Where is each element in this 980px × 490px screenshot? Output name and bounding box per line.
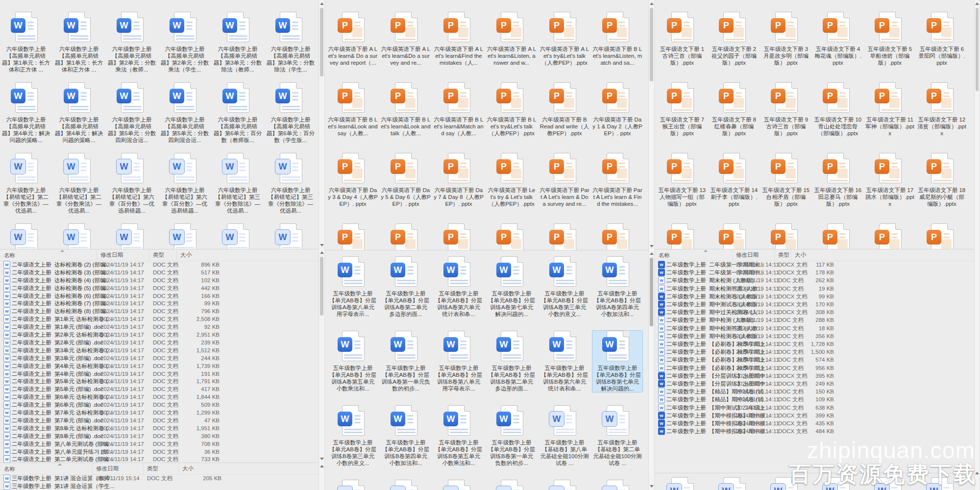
file-item[interactable]: W六年级数学上册 【高频单元易错题】第1单元：长方体和正方体 ... <box>54 12 104 73</box>
file-row[interactable]: W二年级数学上册 二年级第一学期期末...2024/11/19 14:11DOC… <box>655 261 974 269</box>
file-item[interactable]: P六年级英语下册 A Let's learn&Do a survey and r… <box>381 12 431 66</box>
file-item[interactable]: W五年级数学上册 【单元AB卷】分层训练A卷第四单元 小数加法和... <box>592 256 642 318</box>
file-item[interactable]: P五年级语文下册 6 景阳冈（部编版）.pptx <box>917 12 966 66</box>
file-item[interactable]: P六年级英语下册 A Let's learn&Listen, answer an… <box>487 12 537 66</box>
file-item[interactable]: W六年级数学上册 【易错笔记】第三章《分数除法》—优选易... <box>266 153 316 214</box>
file-item[interactable]: W六年级数学上册 【易错笔记】第三章《分数除法》—优选易... <box>213 153 263 214</box>
file-item[interactable]: P <box>434 223 484 250</box>
scroll-thumb[interactable] <box>650 258 653 326</box>
file-item[interactable]: P <box>658 223 707 249</box>
file-item[interactable]: W六年级数学上册 【高频单元易错题】第1单元：长方体和正方体 ... <box>1 12 51 73</box>
file-item[interactable]: P <box>761 223 810 249</box>
file-row[interactable]: W二年级数学上册 期中过关检测卷 (人...2024/11/19 14:11DO… <box>655 308 974 316</box>
file-item[interactable]: W <box>1 223 51 249</box>
file-row[interactable]: W二年级数学上册 【期中模拟卷】期中模...2024/11/19 14:11DO… <box>655 419 974 427</box>
file-item[interactable]: P五年级语文下册 5 草船借箭（部编版）.pptx <box>865 12 914 66</box>
file-row[interactable]: W二年级数学上册 【精品】期中试卷 (试...2024/11/19 14:11D… <box>655 388 974 395</box>
scroll-up-icon[interactable] <box>975 2 979 5</box>
file-row[interactable]: W二年级语文上册 达标检测卷 (5) (部编...2024/11/19 14:1… <box>0 284 318 292</box>
file-item[interactable]: W六年级数学上册 【易错笔记】第二章《分数乘法》—优选易... <box>54 153 104 214</box>
file-item[interactable]: P六年级英语下册 B Let's learn&Look and say（人教..… <box>328 82 378 137</box>
file-item[interactable]: P六年级英语下册 B Read and write（人教PEP）.pptx <box>539 82 589 137</box>
file-row[interactable]: W二年级数学上册 期中检测答案 (人教...2024/11/19 14:11DO… <box>655 324 974 332</box>
scrollbar[interactable] <box>318 463 325 490</box>
file-item[interactable]: P <box>487 223 537 250</box>
scroll-down-icon[interactable] <box>320 458 324 460</box>
file-row[interactable]: W二年级语文上册 达标检测卷 (2) (部编...2024/11/19 14:1… <box>0 261 318 269</box>
file-item[interactable]: P五年级语文下册 7 猴王出世（部编版）.pptx <box>658 82 707 137</box>
file-row[interactable]: W二年级语文上册 达标检测卷 (7) (部编...2024/11/19 14:1… <box>0 300 318 308</box>
file-item[interactable]: W六年级数学上册 【易错笔记】第二章《分数乘法》—优选易... <box>1 153 51 214</box>
file-row[interactable]: W二年级语文上册 第4单元 (部编) .doc2024/11/19 14:17D… <box>0 370 318 378</box>
file-item[interactable]: W五年级数学上册 【单元AB卷】分层训练B卷第一单元 负数的初步... <box>487 405 537 466</box>
file-row[interactable]: W二年级语文上册 第4单元 达标检测卷 (...2024/11/19 14:17… <box>0 362 318 370</box>
file-item[interactable]: P六年级英语下册 A Let's learn& Do a survey and … <box>328 12 378 66</box>
file-item[interactable]: W六年级数学上册 【高频单元易错题】第2单元：分数乘法（教师... <box>107 12 157 73</box>
file-item[interactable]: P六年级英语下册 B Let's learn&Match and say（人教.… <box>434 82 484 137</box>
column-header-date[interactable]: 修改日期 <box>92 463 119 474</box>
file-row[interactable]: W二年级语文上册 第8单元 (部编) .doc2024/11/19 14:17D… <box>0 432 318 440</box>
file-item[interactable]: P六年级英语下册 Part A Let's learn & Do a surve… <box>539 153 589 207</box>
file-row[interactable]: W二年级语文上册 达标检测卷 (8) (部编...2024/11/19 14:1… <box>0 307 318 315</box>
file-item[interactable]: P六年级英语下册 Day 1 & Day 2（人教PEP）. pptx <box>592 82 642 137</box>
file-item[interactable]: W六年级数学上册 【高频单元易错题】第2单元：分数乘法（学生... <box>160 12 210 73</box>
scroll-down-icon[interactable] <box>650 485 654 488</box>
scroll-up-icon[interactable] <box>320 251 324 254</box>
file-row[interactable]: W二年级数学上册 期中检测卷 (人教版...2024/11/19 14:11DO… <box>655 332 974 340</box>
file-item[interactable]: P五年级语文下册 2 祖父的园子（部编版）.pptx <box>710 12 759 66</box>
file-item[interactable]: W五年级数学上册 【单元AB卷】分层训练B卷第四单元 小数加法和... <box>381 405 431 466</box>
scroll-down-icon[interactable] <box>320 244 324 246</box>
file-item[interactable]: P六年级英语下册 Day 7 & Day 8（人教PEP）. pptx <box>434 153 484 207</box>
file-row[interactable]: W二年级数学上册 二年级第一学期期中...2024/11/19 14:11DOC… <box>655 269 974 276</box>
file-row[interactable]: W二年级语文上册 第7单元 达标检测卷 (...2024/11/19 14:17… <box>0 409 318 416</box>
file-row[interactable]: W二年级数学上册 【期中模拟卷】期中模...2024/11/19 14:11DO… <box>655 412 974 419</box>
file-item[interactable]: W六年级数学上册 【高频单元易错题】第5单元：分数四则混合运... <box>107 82 157 144</box>
column-header-date[interactable]: 修改日期 <box>97 249 123 261</box>
file-item[interactable]: W五年级数学上册 【单元AB卷】分层训练B卷第二单元 多边形的面... <box>487 331 537 392</box>
file-item[interactable]: W五年级数学上册 【单元AB卷】分层训练B卷第五单元 小数乘法和... <box>434 405 484 466</box>
file-item[interactable]: W <box>539 480 589 490</box>
file-item[interactable]: W五年级数学上册 【基础卷】第八单元基础全能100分测试卷 ... <box>539 405 589 466</box>
file-item[interactable]: P <box>917 223 966 249</box>
file-row[interactable]: W二年级语文上册 第2单元 (部编) .doc2024/11/19 14:17D… <box>0 339 318 346</box>
file-item[interactable]: P五年级语文下册 14 刷子李（部编版）.pptx <box>710 153 759 207</box>
column-header-name[interactable]: 名称 <box>4 251 15 259</box>
file-row[interactable]: W二年级数学上册 【精品】期中试卷 (试...2024/11/19 14:11D… <box>655 395 974 403</box>
file-item[interactable]: W六年级数学上册 【易错笔记】第六章《百分数》—优选易错题... <box>160 153 210 214</box>
file-item[interactable]: W <box>107 223 157 249</box>
file-row[interactable]: W二年级数学上册 【分层训练】上册期中...2024/11/19 14:11DO… <box>655 372 974 380</box>
file-item[interactable]: W六年级数学上册 【高频单元易错题】第6单元：百分数（学生版... <box>266 82 316 144</box>
file-row[interactable]: W二年级语文上册 第7单元 (部编) .doc2024/11/19 14:17D… <box>0 416 318 424</box>
file-item[interactable]: P五年级语文下册 18 威尼斯的小艇（部编版）.pptx <box>917 153 966 207</box>
file-row[interactable]: W二年级语文上册 达标检测卷 (6) (部编...2024/11/19 14:1… <box>0 292 318 300</box>
file-item[interactable]: P五年级语文下册 3 月是故乡明（部编版）.pptx <box>761 12 810 66</box>
file-item[interactable]: W六年级数学上册 【高频单元易错题】第4单元：解决问题的策略... <box>1 82 51 144</box>
file-row[interactable]: W二年级语文上册 第6单元 达标检测卷 (...2024/11/19 14:17… <box>0 393 318 401</box>
file-row[interactable]: W二年级语文上册 第八单元提升练习 (部...2024/11/19 14:17D… <box>0 448 318 456</box>
file-row[interactable]: W二年级语文上册 第3单元 (部编) .doc2024/11/19 14:17D… <box>0 354 318 362</box>
file-item[interactable]: P五年级语文下册 12 清贫（部编版）.pptx <box>917 82 966 137</box>
file-item[interactable]: P五年级语文下册 4 梅花魂（部编版）.pptx <box>813 12 862 66</box>
file-item[interactable]: W <box>54 223 104 249</box>
column-header-type[interactable]: 类型 <box>774 249 789 261</box>
file-item[interactable]: W五年级数学上册 【单元AB卷】分层训练A卷第一单元负数的初步... <box>381 331 431 392</box>
file-item[interactable]: P六年级英语下册 Let's try & Let's talk（人教PEP）.p… <box>487 153 537 207</box>
file-row[interactable]: W二年级数学上册 【必刷卷】秋季学期上...2024/11/19 14:11DO… <box>655 340 974 348</box>
file-item[interactable]: W <box>266 223 316 249</box>
file-item[interactable]: P <box>865 223 914 249</box>
file-item[interactable]: P五年级语文下册 17 跳水（部编版）.pptx <box>865 153 914 207</box>
scroll-thumb[interactable] <box>976 8 979 91</box>
file-item[interactable]: W五年级数学上册 【单元AB卷】分层训练A卷第八单元 用字母表示... <box>328 256 378 318</box>
scroll-up-icon[interactable] <box>320 465 324 467</box>
file-item[interactable]: W五年级数学上册 【基础卷】第二单元基础全能100分测试卷 ... <box>592 405 642 466</box>
file-item[interactable]: W五年级数学上册 【单元AB卷】分层训练A卷第七单元 解决问题的... <box>487 256 537 318</box>
file-row[interactable]: W二年级语文上册 达标检测卷 (4) (部编...2024/11/19 14:1… <box>0 276 318 284</box>
column-header-type[interactable]: 类型 <box>149 249 164 261</box>
file-item[interactable]: W五年级数学上册 【单元AB卷】分层训练A卷第三单元 小数的意义... <box>539 256 589 318</box>
file-item[interactable]: P六年级英语下册 Day 5 & Day 6（人教PEP）. pptx <box>381 153 431 207</box>
file-item[interactable]: W <box>710 477 759 490</box>
file-item[interactable]: P五年级语文下册 1 古诗三首（部编版）.pptx <box>658 12 707 66</box>
file-item[interactable]: P五年级语文下册 9 古诗三首（部编版）.pptx <box>761 82 810 137</box>
scroll-thumb[interactable] <box>320 257 323 316</box>
column-header-date[interactable]: 修改日期 <box>732 249 759 261</box>
